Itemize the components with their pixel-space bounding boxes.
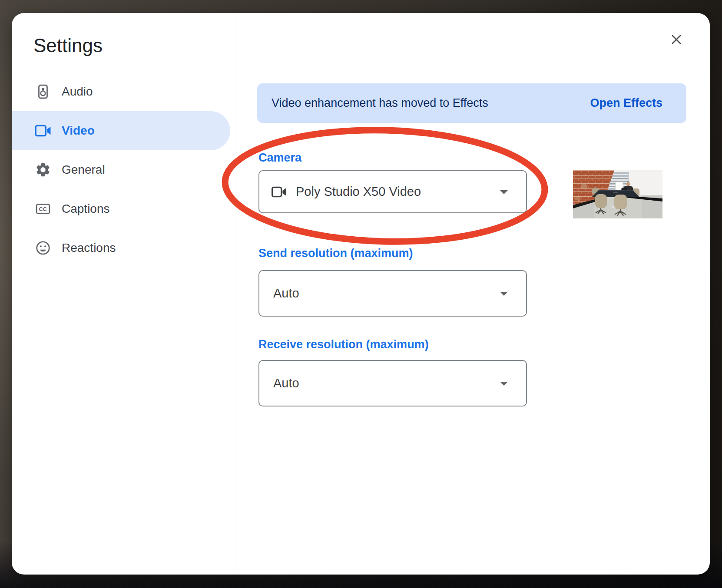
gear-icon bbox=[35, 162, 51, 178]
send-resolution-value: Auto bbox=[273, 286, 499, 301]
settings-dialog: Settings Audio bbox=[12, 13, 710, 575]
settings-sidebar: Settings Audio bbox=[12, 13, 236, 575]
settings-nav: Audio Video General bbox=[12, 72, 236, 268]
video-settings-panel: Video enhancement has moved to Effects O… bbox=[236, 13, 710, 575]
camera-preview-scene bbox=[573, 170, 662, 218]
sidebar-item-label: Video bbox=[62, 124, 95, 138]
sidebar-item-reactions[interactable]: Reactions bbox=[12, 228, 230, 268]
send-resolution-label: Send resolution (maximum) bbox=[258, 247, 413, 260]
sidebar-item-label: Audio bbox=[62, 85, 93, 99]
speaker-icon bbox=[35, 83, 51, 100]
open-effects-button[interactable]: Open Effects bbox=[590, 96, 662, 110]
receive-resolution-label: Receive resolution (maximum) bbox=[258, 338, 429, 351]
camera-preview-thumbnail bbox=[573, 170, 662, 218]
sidebar-item-captions[interactable]: CC Captions bbox=[12, 189, 230, 228]
smiley-icon bbox=[35, 240, 51, 256]
close-icon bbox=[669, 32, 684, 49]
sidebar-item-video[interactable]: Video bbox=[12, 111, 230, 150]
sidebar-item-label: General bbox=[62, 163, 105, 177]
videocam-icon bbox=[35, 122, 51, 139]
videocam-icon bbox=[272, 186, 287, 198]
receive-resolution-value: Auto bbox=[273, 376, 499, 390]
info-banner: Video enhancement has moved to Effects O… bbox=[257, 83, 686, 123]
receive-resolution-select[interactable]: Auto bbox=[258, 360, 527, 406]
sidebar-item-label: Captions bbox=[62, 202, 110, 216]
sidebar-item-audio[interactable]: Audio bbox=[12, 72, 230, 111]
dropdown-caret-icon bbox=[499, 189, 509, 195]
sidebar-item-general[interactable]: General bbox=[12, 150, 230, 189]
dropdown-caret-icon bbox=[499, 291, 509, 296]
camera-select[interactable]: Poly Studio X50 Video bbox=[258, 170, 527, 213]
dropdown-caret-icon bbox=[499, 381, 509, 386]
dialog-title: Settings bbox=[33, 35, 103, 56]
camera-select-value: Poly Studio X50 Video bbox=[296, 185, 499, 199]
camera-label: Camera bbox=[258, 151, 301, 165]
captions-icon: CC bbox=[35, 201, 51, 217]
svg-text:CC: CC bbox=[39, 206, 47, 212]
banner-message: Video enhancement has moved to Effects bbox=[272, 96, 590, 110]
close-button[interactable] bbox=[667, 30, 686, 50]
send-resolution-select[interactable]: Auto bbox=[258, 270, 527, 317]
sidebar-item-label: Reactions bbox=[62, 241, 116, 255]
